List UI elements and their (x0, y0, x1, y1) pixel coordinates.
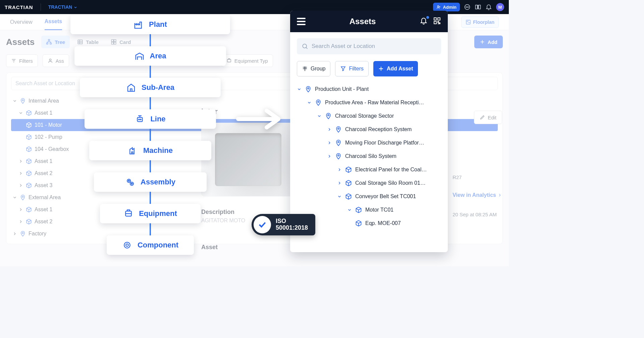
hier-plant: Plant (70, 15, 230, 34)
svg-point-39 (338, 128, 339, 129)
mobile-search[interactable]: Search Asset or Location (297, 38, 441, 54)
machine-icon (128, 146, 138, 156)
group-button[interactable]: Group (297, 61, 330, 76)
svg-point-30 (124, 242, 130, 248)
robot-icon (135, 114, 145, 124)
svg-point-24 (141, 119, 142, 120)
svg-point-0 (437, 6, 439, 7)
brand-separator (41, 3, 41, 11)
hier-assembly: Assembly (94, 172, 207, 192)
ring-icon (122, 240, 132, 250)
svg-point-28 (131, 183, 132, 184)
svg-point-40 (338, 141, 339, 143)
mobile-tree-row[interactable]: Charcoal Reception System (297, 123, 441, 136)
avatar[interactable]: M (496, 3, 504, 11)
mobile-tree-row[interactable]: Production Unit - Plant (297, 82, 441, 96)
iso-line1: ISO (276, 218, 308, 225)
org-name: TRACTIAN (48, 4, 72, 10)
admin-button[interactable]: Admin (433, 3, 460, 11)
svg-point-41 (338, 155, 339, 156)
mobile-tree-row[interactable]: Conveyor Belt Set TC001 (297, 190, 441, 203)
svg-rect-32 (434, 18, 436, 20)
chat-icon[interactable] (464, 4, 471, 10)
mobile-tree: Production Unit - PlantProductive Area -… (297, 82, 441, 230)
plus-icon (378, 66, 384, 72)
qr-icon[interactable] (433, 17, 441, 26)
add-asset-button[interactable]: Add Asset (373, 61, 418, 76)
hier-line: Line (85, 109, 216, 129)
hierarchy-overlay: Plant Area Sub-Area Line Machine Assembl… (70, 15, 230, 255)
mobile-tree-row[interactable]: Electrical Panel for the Coal… (297, 163, 441, 176)
svg-point-3 (467, 7, 468, 7)
bell-icon[interactable] (420, 17, 428, 26)
svg-point-27 (128, 180, 129, 181)
svg-point-35 (303, 44, 307, 48)
hier-component: Component (107, 235, 194, 255)
hier-equipment: Equipment (100, 204, 201, 223)
svg-rect-22 (138, 117, 143, 122)
group-icon (302, 66, 308, 72)
hier-machine: Machine (89, 141, 211, 160)
mobile-tree-row[interactable]: Charcoal Silo System (297, 150, 441, 163)
bell-icon[interactable] (485, 4, 492, 10)
svg-point-31 (126, 244, 128, 246)
hier-subarea: Sub-Area (80, 78, 221, 97)
factory-icon (133, 19, 144, 30)
svg-rect-33 (438, 18, 440, 20)
menu-icon[interactable] (297, 18, 306, 25)
house-icon (126, 82, 136, 93)
mobile-tree-row[interactable]: Productive Area - Raw Material Recepti… (297, 96, 441, 109)
equipment-icon (123, 209, 133, 219)
mobile-tree-row[interactable]: Coal Storage Silo Room 01… (297, 176, 441, 190)
svg-point-4 (468, 7, 469, 7)
check-circle-icon (254, 216, 271, 233)
mobile-tree-row[interactable]: Eqp. MOE-007 (297, 217, 441, 230)
avatar-initial: M (498, 5, 502, 10)
mobile-header: Assets (290, 11, 448, 32)
hier-area: Area (74, 46, 226, 66)
gears-icon (125, 177, 135, 187)
org-selector[interactable]: TRACTIAN (48, 4, 78, 10)
svg-point-23 (139, 119, 140, 120)
funnel-icon (340, 66, 346, 72)
svg-point-36 (308, 88, 309, 89)
warehouse-icon (135, 51, 145, 61)
iso-line2: 50001:2018 (276, 225, 308, 231)
chevron-down-icon (73, 5, 77, 9)
mobile-title: Assets (306, 17, 420, 26)
svg-rect-34 (434, 21, 436, 24)
mobile-tree-row[interactable]: Moving Floor Discharge Platfor… (297, 136, 441, 150)
svg-point-38 (328, 114, 329, 116)
admin-label: Admin (443, 5, 457, 10)
mobile-tree-row[interactable]: Motor TC01 (297, 203, 441, 217)
svg-point-37 (318, 101, 319, 102)
search-icon (302, 43, 308, 50)
brand-logo: TRACTIAN (5, 4, 33, 10)
book-icon[interactable] (475, 4, 481, 10)
svg-point-2 (466, 7, 467, 7)
mobile-filters-button[interactable]: Filters (335, 61, 369, 76)
user-add-icon (436, 5, 441, 9)
iso-badge: ISO 50001:2018 (252, 214, 315, 235)
arrow-icon (235, 107, 285, 131)
mobile-tree-row[interactable]: Charcoal Storage Sector (297, 109, 441, 123)
